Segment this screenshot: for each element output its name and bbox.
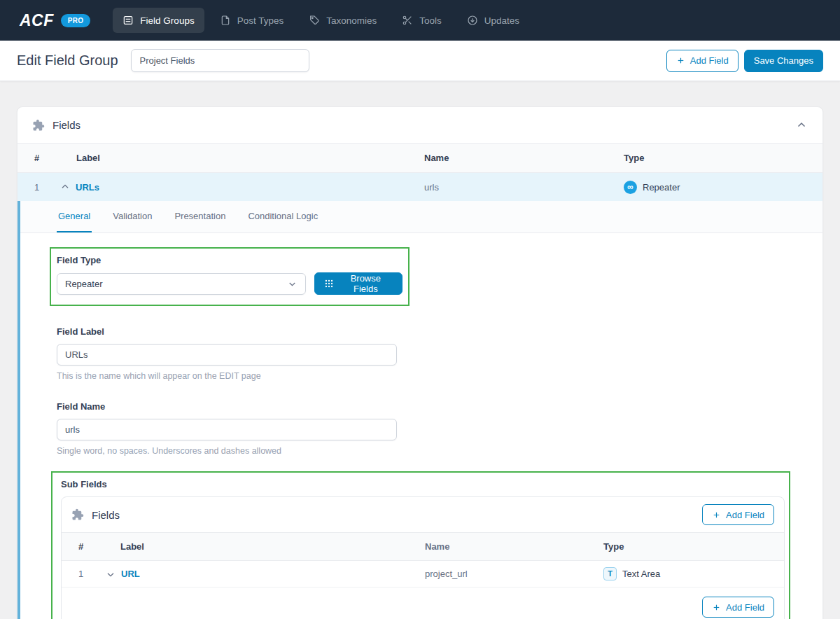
field-label-help: This is the name which will appear on th… [57, 371, 792, 381]
nav-label: Updates [484, 15, 519, 26]
sub-fields-panel-header: Fields Add Field [62, 497, 784, 533]
nav-item-taxonomies[interactable]: Taxonomies [299, 8, 386, 33]
sub-fields-panel-title: Fields [92, 509, 120, 521]
nav-item-updates[interactable]: Updates [457, 8, 529, 33]
expand-row-chevron-down-icon[interactable] [105, 569, 116, 580]
settings-body: Field Type Repeater Browse F [20, 233, 822, 619]
add-field-label: Add Field [726, 602, 764, 613]
puzzle-icon [32, 119, 45, 132]
field-row-type: Repeater [643, 182, 680, 193]
field-name-label: Field Name [57, 401, 792, 412]
settings-tabs: General Validation Presentation Conditio… [20, 201, 822, 233]
header-actions: Add Field Save Changes [666, 50, 823, 72]
plus-icon [712, 510, 721, 520]
sub-field-row-label-link[interactable]: URL [121, 569, 140, 579]
acf-logo: ACF [20, 11, 54, 30]
puzzle-icon [71, 508, 84, 521]
add-field-label: Add Field [690, 55, 729, 66]
sub-field-row-number: 1 [62, 569, 101, 579]
panel-collapse-chevron-icon[interactable] [795, 119, 808, 132]
field-type-label: Field Type [57, 255, 402, 265]
top-navbar: ACF PRO Field Groups Post Types Taxonomi… [0, 0, 840, 41]
add-field-button[interactable]: Add Field [666, 50, 738, 72]
page-header: Edit Field Group Add Field Save Changes [0, 41, 840, 81]
field-label-label: Field Label [57, 326, 792, 337]
fields-panel: Fields # Label Name Type 1 URLs urls ∞ [17, 106, 823, 619]
save-changes-button[interactable]: Save Changes [744, 50, 823, 72]
sub-fields-label: Sub Fields [61, 479, 785, 489]
nav-item-field-groups[interactable]: Field Groups [113, 8, 204, 33]
field-label-group: Field Label This is the name which will … [57, 326, 792, 381]
sub-field-row-name: project_url [419, 569, 598, 579]
column-name: Name [424, 153, 624, 163]
sub-fields-panel: Fields Add Field # Label Name [61, 496, 785, 619]
repeater-type-icon: ∞ [624, 181, 637, 194]
field-name-group: Field Name Single word, no spaces. Under… [57, 401, 792, 456]
field-row-label-link[interactable]: URLs [76, 182, 99, 193]
sub-fields-table-header: # Label Name Type [62, 533, 784, 561]
field-row-name: urls [424, 182, 624, 193]
column-label: Label [101, 541, 419, 552]
annotation-box-sub-fields: Sub Fields Fields Add Field [51, 471, 790, 619]
browse-fields-label: Browse Fields [339, 273, 393, 294]
fields-panel-header: Fields [18, 107, 822, 144]
tab-presentation[interactable]: Presentation [173, 201, 227, 232]
tab-conditional-logic[interactable]: Conditional Logic [246, 201, 319, 232]
nav-item-tools[interactable]: Tools [392, 8, 451, 33]
field-type-selected-value: Repeater [65, 279, 102, 289]
nav-label: Taxonomies [326, 15, 377, 26]
plus-icon [712, 603, 721, 612]
field-row-number: 1 [18, 182, 59, 193]
column-name: Name [419, 541, 598, 552]
field-label-input[interactable] [57, 344, 397, 366]
sub-add-field-button-top[interactable]: Add Field [702, 504, 774, 525]
text-area-type-icon: T [603, 567, 617, 580]
nav-label: Tools [419, 15, 442, 26]
annotation-box-field-type: Field Type Repeater Browse F [50, 247, 410, 306]
nav-label: Post Types [237, 15, 284, 26]
tools-icon [402, 15, 413, 26]
main-content: Fields # Label Name Type 1 URLs urls ∞ [0, 81, 840, 619]
pro-badge: PRO [61, 14, 91, 27]
post-types-icon [220, 15, 231, 26]
fields-table-header: # Label Name Type [18, 144, 822, 173]
tab-general[interactable]: General [57, 201, 92, 232]
field-name-help: Single word, no spaces. Underscores and … [57, 446, 792, 456]
field-row-urls[interactable]: 1 URLs urls ∞ Repeater [18, 173, 822, 201]
browse-fields-button[interactable]: Browse Fields [314, 272, 402, 295]
nav-item-post-types[interactable]: Post Types [210, 8, 294, 33]
column-num: # [62, 541, 101, 552]
updates-icon [467, 15, 478, 26]
column-type: Type [598, 541, 784, 552]
plus-icon [676, 56, 685, 65]
column-num: # [18, 153, 59, 163]
field-groups-icon [122, 15, 134, 26]
sub-field-row-type: Text Area [622, 569, 660, 579]
tab-validation[interactable]: Validation [111, 201, 153, 232]
nav-label: Field Groups [140, 15, 194, 26]
field-type-select[interactable]: Repeater [57, 273, 306, 295]
field-group-title-input[interactable] [131, 49, 309, 72]
sub-fields-panel-footer: Add Field [62, 587, 784, 619]
grid-icon [324, 279, 334, 288]
main-nav: Field Groups Post Types Taxonomies Tools… [113, 8, 529, 33]
fields-panel-title: Fields [52, 119, 80, 131]
chevron-down-icon [287, 279, 298, 289]
taxonomies-icon [309, 15, 320, 26]
add-field-label: Add Field [726, 510, 764, 520]
save-changes-label: Save Changes [754, 55, 813, 66]
column-type: Type [624, 153, 822, 163]
field-name-input[interactable] [57, 419, 397, 440]
page-title: Edit Field Group [17, 53, 118, 69]
column-label: Label [59, 153, 424, 163]
sub-add-field-button-bottom[interactable]: Add Field [702, 597, 774, 618]
field-settings: General Validation Presentation Conditio… [18, 201, 822, 619]
sub-field-row-url[interactable]: 1 URL project_url T Text Area [62, 561, 784, 587]
collapse-row-chevron-up-icon[interactable] [59, 181, 71, 193]
